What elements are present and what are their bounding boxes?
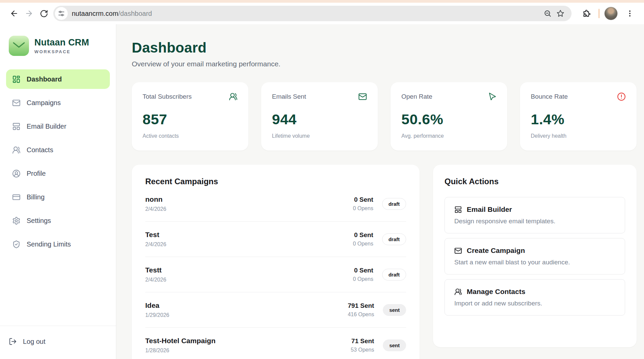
browser-theme-strip [0, 0, 644, 3]
tune-icon [58, 10, 65, 17]
campaign-sent-count: 71 Sent [351, 337, 374, 345]
sidebar-item-billing[interactable]: Billing [6, 187, 110, 207]
stat-label: Bounce Rate [531, 93, 568, 100]
layout-icon [454, 206, 462, 214]
status-badge: draft [382, 269, 406, 281]
quick-actions-title: Quick Actions [444, 177, 625, 186]
campaign-date: 2/4/2026 [145, 241, 166, 248]
browser-back-button[interactable] [7, 6, 22, 21]
stat-label: Open Rate [401, 93, 432, 100]
arrow-right-icon [25, 9, 33, 18]
site-settings-button[interactable] [55, 7, 68, 20]
gear-icon [12, 217, 21, 225]
url-path: /dashboard [118, 10, 152, 17]
main-content: Dashboard Overview of your email marketi… [116, 24, 644, 359]
logout-icon [9, 337, 17, 346]
sidebar-item-label: Dashboard [27, 75, 62, 83]
campaign-name: Test [145, 231, 166, 239]
kebab-menu-icon [626, 9, 634, 18]
zoom-out-button[interactable] [541, 7, 554, 20]
quick-action-create-campaign[interactable]: Create Campaign Start a new email blast … [444, 238, 625, 274]
zoom-out-icon [544, 9, 552, 18]
layout-icon [12, 122, 21, 131]
quick-action-title: Email Builder [467, 205, 512, 214]
stat-label: Total Subscribers [143, 93, 192, 100]
sidebar-item-contacts[interactable]: Contacts [6, 140, 110, 160]
bookmark-button[interactable] [554, 7, 567, 20]
quick-action-desc: Start a new email blast to your audience… [454, 259, 615, 266]
reload-icon [40, 9, 48, 18]
quick-action-manage-contacts[interactable]: Manage Contacts Import or add new subscr… [444, 279, 625, 316]
credit-card-icon [12, 193, 21, 201]
shield-check-icon [12, 240, 21, 249]
campaign-date: 1/29/2026 [145, 312, 169, 318]
status-badge: draft [382, 198, 406, 210]
page-title: Dashboard [132, 40, 641, 56]
sidebar-item-settings[interactable]: Settings [6, 211, 110, 230]
sidebar-item-profile[interactable]: Profile [6, 164, 110, 183]
stat-sublabel: Avg. performance [401, 133, 496, 139]
users-icon [229, 92, 238, 101]
dashboard-grid-icon [12, 75, 21, 84]
status-badge: sent [383, 339, 406, 351]
campaign-row[interactable]: Test-Hotel Campaign 1/28/2026 71 Sent 53… [145, 328, 406, 359]
campaign-sent-count: 0 Sent [353, 196, 373, 203]
puzzle-icon [582, 9, 591, 18]
campaign-opens-count: 0 Opens [353, 205, 373, 211]
address-bar[interactable]: nutaancrm.com/dashboard [53, 6, 572, 21]
browser-toolbar: nutaancrm.com/dashboard [0, 3, 644, 24]
sidebar-item-label: Campaigns [27, 99, 61, 107]
browser-menu-button[interactable] [622, 6, 637, 21]
campaign-sent-count: 791 Sent [348, 302, 374, 309]
quick-action-desc: Import or add new subscribers. [454, 300, 615, 307]
sidebar-item-email-builder[interactable]: Email Builder [6, 117, 110, 136]
campaign-row[interactable]: Testt 2/4/2026 0 Sent 0 Opens draft [145, 257, 406, 292]
brand-name: Nutaan CRM [34, 37, 89, 48]
mail-icon [454, 247, 462, 255]
mail-icon [358, 92, 367, 101]
stat-value: 1.4% [531, 111, 626, 128]
sidebar-item-dashboard[interactable]: Dashboard [6, 69, 110, 89]
campaign-name: Testt [145, 266, 166, 274]
mail-icon [12, 99, 21, 107]
quick-action-email-builder[interactable]: Email Builder Design responsive email te… [444, 197, 625, 233]
url-display: nutaancrm.com/dashboard [72, 10, 152, 18]
sidebar-item-label: Sending Limits [27, 240, 71, 248]
user-circle-icon [12, 169, 21, 178]
logout-label: Log out [23, 338, 45, 346]
campaign-sent-count: 0 Sent [353, 231, 373, 239]
sidebar-item-label: Settings [27, 217, 51, 225]
toolbar-separator [599, 9, 600, 18]
sidebar: Nutaan CRM WORKSPACE Dashboard Campaigns [0, 24, 116, 359]
campaign-row[interactable]: Idea 1/29/2026 791 Sent 416 Opens sent [145, 292, 406, 328]
star-icon [556, 9, 564, 18]
logout-button[interactable]: Log out [9, 337, 110, 346]
extensions-button[interactable] [579, 6, 594, 21]
browser-forward-button[interactable] [22, 6, 36, 21]
stat-card-open-rate: Open Rate 50.6% Avg. performance [391, 82, 507, 151]
campaign-row[interactable]: nonn 2/4/2026 0 Sent 0 Opens draft [145, 186, 406, 222]
campaign-date: 2/4/2026 [145, 277, 166, 283]
users-icon [454, 288, 462, 296]
browser-reload-button[interactable] [36, 6, 51, 21]
status-badge: sent [383, 304, 406, 316]
browser-actions [579, 6, 637, 21]
arrow-left-icon [10, 9, 19, 18]
envelope-logo-icon [11, 38, 27, 54]
alert-circle-icon [617, 92, 626, 101]
campaign-name: nonn [145, 195, 166, 203]
stat-card-total-subscribers: Total Subscribers 857 Active contacts [132, 82, 248, 151]
campaign-row[interactable]: Test 2/4/2026 0 Sent 0 Opens draft [145, 222, 406, 257]
stat-card-bounce-rate: Bounce Rate 1.4% Delivery health [520, 82, 637, 151]
send-icon [488, 92, 496, 101]
quick-action-title: Create Campaign [467, 247, 525, 255]
sidebar-nav: Dashboard Campaigns Email Builder [6, 69, 110, 254]
brand: Nutaan CRM WORKSPACE [6, 36, 110, 56]
sidebar-item-campaigns[interactable]: Campaigns [6, 93, 110, 112]
profile-avatar[interactable] [604, 7, 618, 20]
campaign-name: Idea [145, 301, 169, 309]
campaign-name: Test-Hotel Campaign [145, 337, 215, 345]
users-icon [12, 146, 21, 154]
sidebar-item-sending-limits[interactable]: Sending Limits [6, 234, 110, 254]
sidebar-item-label: Profile [27, 170, 46, 177]
